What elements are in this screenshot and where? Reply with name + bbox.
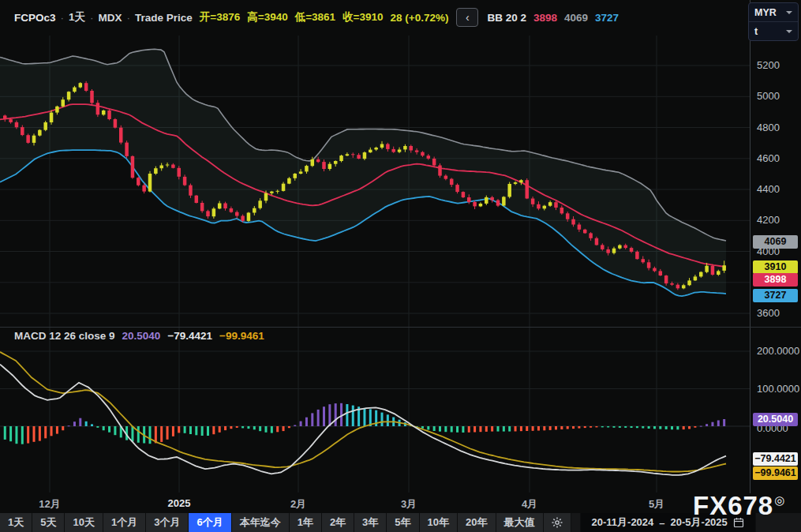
- separator-dot: ·: [61, 12, 65, 24]
- macd-legend-bar: MACD 12 26 close 9 20.5040 −79.4421 −99.…: [14, 329, 264, 342]
- chart-canvas[interactable]: [0, 0, 750, 513]
- range-button-1年[interactable]: 1年: [290, 513, 322, 532]
- macd-tick-200: 200.0000: [757, 345, 799, 357]
- range-button-本年迄今[interactable]: 本年迄今: [232, 513, 290, 532]
- symbol-name: FCPOc3: [14, 12, 56, 24]
- change-value: 28 (+0.72%): [391, 12, 449, 24]
- gear-icon: [552, 517, 563, 528]
- price-tick-3600: 3600: [757, 307, 780, 319]
- time-label-2月: 2月: [290, 497, 306, 511]
- high-value: 高=3940: [247, 10, 287, 24]
- interval-label: 1天: [69, 10, 85, 24]
- date-from: 20-11月-2024: [592, 515, 654, 530]
- axis-badge-20.5040: 20.5040: [753, 413, 798, 426]
- time-label-4月: 4月: [522, 497, 537, 511]
- macd-tick-100: 100.0000: [757, 383, 799, 395]
- separator-dot: ·: [127, 12, 131, 24]
- watermark-logo-icon: ◎: [774, 493, 785, 508]
- price-tick-4800: 4800: [757, 122, 780, 133]
- fx678-watermark: FX678 ◎: [693, 491, 785, 521]
- price-tick-4400: 4400: [757, 183, 780, 195]
- macd-signal-value: −99.9461: [219, 330, 264, 342]
- chevron-down-icon: [786, 30, 792, 33]
- range-button-5年[interactable]: 5年: [387, 513, 419, 532]
- range-button-2年[interactable]: 2年: [322, 513, 354, 532]
- price-tick-5200: 5200: [757, 59, 780, 71]
- currency-dropdown[interactable]: MYR: [749, 3, 798, 21]
- price-tick-4600: 4600: [757, 152, 780, 164]
- time-label-5月: 5月: [649, 497, 664, 511]
- range-button-最大值[interactable]: 最大值: [496, 513, 544, 532]
- bb-lower-value: 3727: [595, 12, 619, 24]
- axis-badge-3910: 3910: [753, 260, 798, 274]
- range-buttons: 1天5天10天1个月3个月6个月本年迄今1年2年3年5年10年20年最大值: [0, 513, 544, 532]
- time-label-2025: 2025: [168, 497, 191, 509]
- bb-indicator-label: BB 20 2: [487, 12, 526, 24]
- currency-value: MYR: [754, 7, 777, 18]
- watermark-text: FX678: [693, 491, 773, 521]
- macd-line-value: −79.4421: [167, 330, 212, 342]
- axis-badge-3727: 3727: [753, 289, 798, 302]
- range-button-6个月[interactable]: 6个月: [189, 513, 231, 532]
- macd-hist-value: 20.5040: [122, 330, 161, 342]
- range-button-5天[interactable]: 5天: [32, 513, 65, 532]
- collapse-legend-button[interactable]: ‹: [456, 8, 478, 27]
- symbol-legend-bar: FCPOc3 · 1天 · MDX · Trade Price 开=3876 高…: [0, 0, 750, 35]
- range-toolbar: 1天5天10天1个月3个月6个月本年迄今1年2年3年5年10年20年最大值 20…: [0, 513, 801, 532]
- range-button-1天[interactable]: 1天: [0, 513, 32, 532]
- exchange-label: MDX: [99, 12, 122, 24]
- axis-badge-4069: 4069: [753, 235, 798, 249]
- price-axis[interactable]: 520050004800460044004200400038003600200.…: [750, 0, 801, 513]
- range-button-3个月[interactable]: 3个月: [146, 513, 189, 532]
- close-value: 收=3910: [342, 10, 383, 24]
- low-value: 低=3861: [295, 10, 335, 24]
- toolbar-settings-button[interactable]: [544, 513, 571, 532]
- price-tick-4200: 4200: [757, 214, 780, 226]
- axis-badge-3898: 3898: [753, 273, 798, 287]
- chevron-left-icon: ‹: [466, 11, 470, 24]
- axis-badge-−99.9461: −99.9461: [753, 466, 798, 480]
- range-button-3年[interactable]: 3年: [354, 513, 387, 532]
- unit-dropdown[interactable]: t: [749, 21, 798, 40]
- chevron-down-icon: [786, 11, 792, 14]
- currency-unit-panel: MYR t: [748, 2, 799, 41]
- range-button-1个月[interactable]: 1个月: [103, 513, 146, 532]
- range-button-20年[interactable]: 20年: [458, 513, 496, 532]
- macd-indicator-label: MACD 12 26 close 9: [14, 330, 115, 342]
- range-button-10年[interactable]: 10年: [420, 513, 458, 532]
- time-label-3月: 3月: [401, 497, 417, 511]
- range-button-10天[interactable]: 10天: [65, 513, 103, 532]
- date-separator: –: [659, 517, 664, 529]
- trading-chart-app: FCPOc3 · 1天 · MDX · Trade Price 开=3876 高…: [0, 0, 801, 532]
- pane-separator[interactable]: [0, 327, 801, 328]
- open-value: 开=3876: [200, 10, 240, 24]
- separator-dot: ·: [90, 12, 94, 24]
- axis-badge-−79.4421: −79.4421: [753, 452, 798, 466]
- bb-middle-value: 3898: [533, 12, 557, 24]
- series-type-label: Trade Price: [135, 12, 193, 24]
- time-axis[interactable]: 12月20252月3月4月5月: [0, 493, 801, 513]
- time-label-12月: 12月: [39, 497, 60, 511]
- price-tick-5000: 5000: [757, 90, 780, 102]
- unit-value: t: [754, 26, 758, 37]
- bb-upper-value: 4069: [564, 12, 588, 24]
